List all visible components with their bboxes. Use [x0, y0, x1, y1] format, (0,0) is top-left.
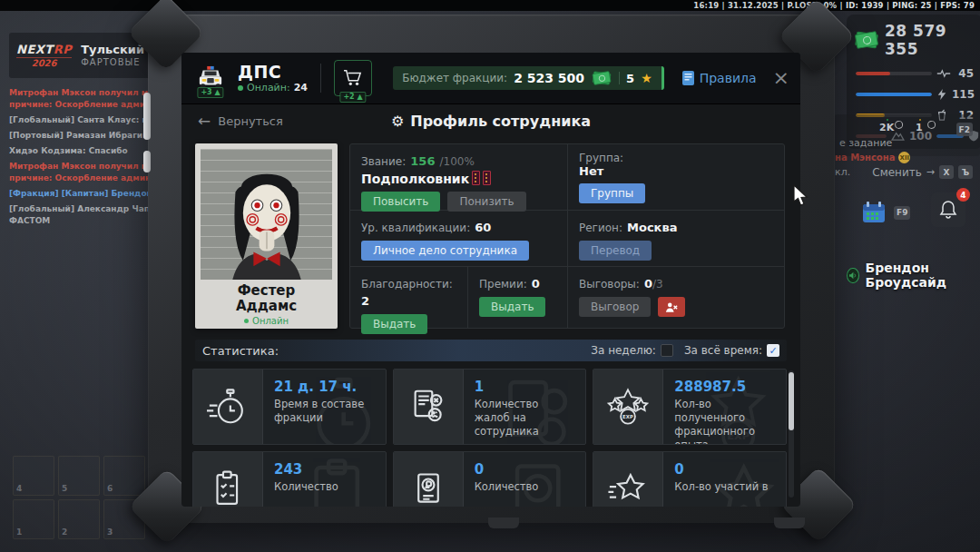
hotbar-slot[interactable]: 2: [58, 499, 100, 539]
tablet-nav: ⚙Профиль сотрудника ← Вернуться: [181, 104, 800, 141]
faction-level-badge: +3 ▲: [197, 87, 223, 98]
notifications-button[interactable]: 4: [931, 192, 965, 227]
weapon-hotbar: 4 5 6 1 2 3: [13, 456, 145, 539]
stat-card-time-in-faction: 21 д. 17 ч. Время в составе фракции: [192, 369, 387, 445]
cash-icon: [856, 33, 877, 47]
gear-icon: ⚙: [391, 113, 404, 130]
region-cell: Регион: Москва Перевод: [567, 211, 784, 266]
game-screen: 16:19 | 31.12.2025 | P.LOSS: 0% | ID: 19…: [0, 0, 980, 552]
stats-scrollbar[interactable]: [789, 370, 794, 498]
stat-value: 21 д. 17 ч.: [274, 379, 375, 395]
transfer-button[interactable]: Перевод: [579, 241, 652, 261]
employee-info-card: Звание: 156 /100% Подполковник Повысить …: [349, 143, 785, 329]
server-logo: NEXTRP 2026: [16, 44, 72, 68]
stat-card-complaints: 1 Количество жалоб на сотрудника: [393, 369, 587, 445]
thanks-value: 2: [361, 294, 369, 308]
puppet-portrait: [213, 160, 320, 280]
tablet-side-button: [143, 93, 151, 140]
green-cash-badge: 2K: [879, 119, 894, 133]
close-button[interactable]: ×: [773, 68, 789, 88]
money-counter: 28 579 355: [856, 22, 974, 58]
week-checkbox[interactable]: [661, 344, 673, 357]
stopwatch-icon: [193, 370, 263, 444]
employee-online-status: Онлайн: [201, 316, 332, 326]
key-hint-hard-sign: Ъ: [958, 165, 973, 179]
statistics-title: Статистика:: [202, 344, 279, 358]
arrow-left-icon: ←: [198, 113, 211, 129]
hotbar-slot[interactable]: 1: [13, 499, 54, 539]
chat-message: причине: Оскорбление администр: [9, 99, 152, 111]
xii-badge: XII: [898, 152, 910, 163]
rank-cell: Звание: 156 /100% Подполковник Повысить …: [350, 144, 567, 210]
hotbar-slot[interactable]: 5: [58, 456, 100, 496]
stat-card-faction-exp: EXP EXP 288987.5 Кол-во полученного фрак…: [593, 369, 787, 445]
tablet-foot: [488, 518, 519, 528]
shop-level-badge: +2 ▲: [339, 92, 366, 103]
ruble-document-icon: [394, 452, 464, 507]
voice-player-name: Брендон Броудсайд: [866, 261, 980, 290]
tablet-header: +3 ▲ ДПС Онлайн: 24 +2 ▲ Бюд: [181, 53, 800, 104]
back-label: Вернуться: [218, 114, 283, 128]
rules-button[interactable]: Правила: [682, 71, 757, 85]
calendar-icon[interactable]: [862, 202, 886, 223]
fire-employee-button[interactable]: [658, 297, 685, 317]
logo-next: NEXT: [16, 43, 54, 56]
cash-icon: [593, 73, 610, 84]
scrollbar-thumb[interactable]: [789, 372, 794, 430]
reprimand-max: /3: [652, 278, 663, 291]
chat-message: Митрофан Мэксон получил мут от: [9, 161, 152, 172]
employee-mugshot: [201, 149, 332, 280]
employee-photo-card: Фестер Аддамс Онлайн: [195, 143, 338, 329]
give-bonus-button[interactable]: Выдать: [479, 297, 545, 317]
chat-message: ФАСТОМ: [9, 215, 152, 227]
group-value: Нет: [579, 164, 773, 178]
stat-card-clipboard: 243 Количество: [192, 451, 387, 507]
reprimand-value: 0: [644, 277, 652, 291]
dossier-button[interactable]: Личное дело сотрудника: [361, 241, 529, 261]
bonus-value: 0: [532, 277, 540, 291]
reprimand-button[interactable]: Выговор: [579, 297, 651, 317]
qualification-value: 60: [475, 221, 491, 234]
server-name: Тульский: [81, 43, 144, 57]
mouse-cursor: [793, 184, 809, 208]
alltime-checkbox[interactable]: ✓: [767, 344, 779, 357]
give-thanks-button[interactable]: Выдать: [361, 314, 427, 334]
rank-percent: /100%: [440, 155, 475, 168]
groups-button[interactable]: Группы: [579, 183, 645, 203]
status-bar: 16:19 | 31.12.2025 | P.LOSS: 0% | ID: 19…: [0, 0, 980, 11]
bell-icon: [939, 200, 957, 220]
person-remove-icon: [665, 301, 678, 313]
cart-icon: [343, 69, 363, 87]
voice-indicator: Брендон Броудсайд: [847, 261, 980, 290]
stat-value: 1: [475, 379, 575, 395]
rules-label: Правила: [700, 71, 757, 85]
statistics-grid: 21 д. 17 ч. Время в составе фракции 1 Ко…: [192, 369, 787, 507]
chat-message: [Глобальный] Санта Клаус: кб= кб+: [9, 114, 152, 126]
tablet-foot: [774, 518, 805, 528]
key-hint-f9: F9: [894, 206, 910, 220]
status-bar-text: 16:19 | 31.12.2025 | P.LOSS: 0% | ID: 19…: [693, 1, 975, 10]
back-button[interactable]: ← Вернуться: [198, 113, 283, 129]
star-icon: [593, 452, 663, 507]
online-dot: [238, 85, 243, 91]
stat-value: 0: [475, 461, 539, 478]
logo-year: 2026: [16, 57, 72, 68]
quest-panel: е задание 2K 1 F2: [834, 114, 980, 156]
stat-label: Количество: [475, 480, 539, 494]
lightning-icon: [936, 88, 947, 101]
shop-button[interactable]: +2 ▲: [334, 60, 372, 96]
budget-stars-count: 5: [626, 72, 634, 85]
faction-title: ДПС Онлайн: 24: [238, 63, 308, 94]
epaulette-icon: [483, 171, 491, 185]
promote-button[interactable]: Повысить: [361, 192, 440, 212]
faction-name: ДПС: [238, 63, 308, 83]
clipboard-icon: [193, 452, 263, 507]
stat-value: 0: [674, 461, 768, 478]
hotbar-slot[interactable]: 3: [103, 499, 145, 539]
tablet-screen: +3 ▲ ДПС Онлайн: 24 +2 ▲ Бюд: [181, 53, 800, 507]
qualification-cell: Ур. квалификации: 60 Личное дело сотрудн…: [350, 211, 567, 266]
stat-value: 243: [274, 461, 338, 478]
hotbar-slot[interactable]: 6: [103, 456, 145, 496]
demote-button[interactable]: Понизить: [447, 192, 525, 212]
hotbar-slot[interactable]: 4: [13, 456, 54, 496]
